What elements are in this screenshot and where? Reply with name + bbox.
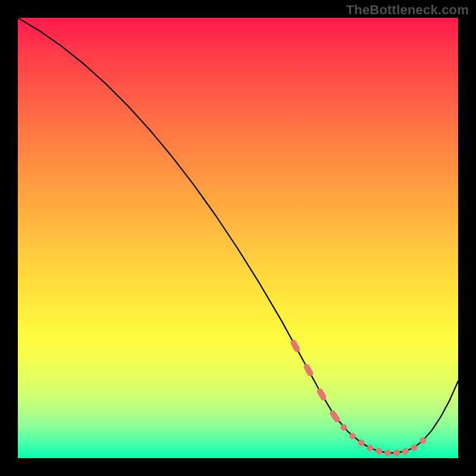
curve-marker xyxy=(316,387,328,402)
watermark-text: TheBottleneck.com xyxy=(346,2,469,18)
marker-group xyxy=(290,339,426,456)
curve-marker xyxy=(385,450,391,456)
curve-marker xyxy=(303,363,314,377)
curve-marker xyxy=(341,424,347,430)
plot-area xyxy=(18,18,458,458)
curve-marker xyxy=(402,448,408,454)
curve-marker xyxy=(358,440,364,446)
curve-marker xyxy=(411,444,417,450)
bottleneck-curve xyxy=(18,18,458,453)
curve-marker xyxy=(376,448,382,454)
curve-svg xyxy=(18,18,458,458)
curve-marker xyxy=(367,445,373,451)
curve-marker xyxy=(349,433,355,439)
curve-marker xyxy=(420,437,426,443)
curve-marker xyxy=(290,339,301,353)
curve-marker xyxy=(393,450,399,456)
